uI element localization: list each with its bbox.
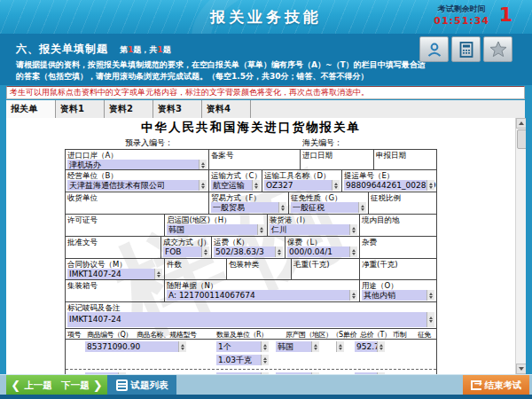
question-number-badge: 1 (499, 4, 512, 26)
field-label: 合同协议号（M） (66, 259, 164, 269)
tool-iconbar (419, 36, 512, 62)
insurance-input[interactable]: 000/0.04/1 (287, 246, 357, 257)
quantity-weight-input[interactable]: 1.03千克 (216, 355, 269, 365)
bill-number-input[interactable]: 98809644261_00285953 (344, 180, 434, 191)
attached-documents-input[interactable]: A: 121700114067674 (167, 290, 357, 301)
spinner-icon[interactable] (349, 290, 357, 301)
loading-port-input[interactable]: 仁川 (270, 224, 357, 235)
spinner-icon[interactable] (261, 355, 269, 365)
field-label: 贸易方式（F） (209, 192, 288, 202)
spinner-icon[interactable] (426, 312, 434, 327)
user-button[interactable] (419, 36, 449, 62)
spinner-icon[interactable] (358, 202, 366, 213)
spinner-icon[interactable] (154, 269, 162, 279)
transaction-mode-input[interactable]: FOB (163, 246, 209, 257)
field-marks-notes: 标记唛码及备注 IMKT1407-24 (66, 302, 436, 329)
field-label: 进口日期 (301, 150, 373, 160)
field-label: 征免性质（G） (289, 192, 368, 202)
spinner-icon[interactable] (349, 246, 357, 257)
contract-number-input[interactable]: IMKT1407-24 (67, 269, 162, 279)
bottom-toolbar: ❮ 上一题 下一题 ❯ 试题列表 结束考试 (0, 374, 532, 395)
scroll-down-button[interactable] (516, 364, 526, 374)
exam-timer: 考试剩余时间 01:51:34 (434, 4, 489, 27)
col-origin-country: 原产国（地区）（S） (286, 330, 349, 340)
col-unit-price: 单价 (343, 330, 356, 340)
col-levy-exempt: 征免 (418, 330, 431, 340)
trade-mode-input[interactable]: 一般贸易 (211, 202, 286, 213)
unit-price-input[interactable] (332, 341, 344, 352)
field-approval-number: 批准文号 (66, 237, 161, 258)
quantity-input[interactable]: 1个 (216, 341, 269, 352)
question-list-button[interactable]: 试题列表 (107, 375, 176, 395)
tab-material-2[interactable]: 资料2 (105, 100, 153, 118)
list-icon (116, 379, 128, 391)
commodity-code-input[interactable]: 85371090.90 (85, 341, 186, 352)
field-net-weight: 净重(千克) (360, 259, 436, 279)
spinner-icon[interactable] (261, 341, 269, 352)
field-label: 批准文号 (66, 237, 160, 246)
calculator-button[interactable] (451, 36, 481, 62)
field-import-date: 进口日期 (301, 150, 374, 169)
field-label: 集装箱号 (66, 280, 164, 290)
form-row-4: 许可证号 启运国(地区)（H） 韩国 装货港（I） 仁川 境内目的地 (66, 215, 436, 237)
spinner-icon[interactable] (278, 202, 286, 213)
field-bill-number: 提运单号（E） 98809644261_00285953 (342, 170, 436, 192)
spinner-icon[interactable] (426, 180, 434, 191)
col-quantity-unit: 数量及单位（R） (216, 330, 268, 340)
tab-material-3[interactable]: 资料3 (153, 100, 202, 118)
spinner-icon[interactable] (311, 341, 319, 352)
field-import-port: 进口口岸（A） 津机场办 (66, 150, 209, 169)
spinner-icon[interactable] (178, 341, 186, 352)
end-exam-label: 结束考试 (485, 379, 522, 392)
tab-material-1[interactable]: 资料1 (56, 100, 105, 118)
scroll-up-button[interactable] (516, 118, 526, 129)
previous-question-button[interactable]: ❮ 上一题 (6, 375, 58, 395)
spinner-icon[interactable] (275, 246, 283, 257)
end-exam-button[interactable]: 结束考试 (463, 375, 529, 395)
vertical-scrollbar[interactable] (515, 118, 526, 374)
field-label: 经营单位（B） (66, 170, 208, 180)
field-label: 备案号 (209, 150, 300, 160)
col-commodity-name: 商品名称、规格型号 (137, 330, 197, 340)
spinner-icon[interactable] (332, 180, 340, 191)
total-price-input[interactable]: 952.7 (355, 341, 385, 352)
app-title: 报关业务技能 (0, 7, 532, 27)
chevron-left-icon: ❮ (11, 379, 20, 392)
declaration-table: 进口口岸（A） 津机场办 备案号 进口日期 申报日期 经营单位（B） 天津益海通… (65, 149, 437, 329)
spinner-icon[interactable] (199, 180, 207, 191)
spinner-icon[interactable] (257, 224, 265, 235)
spinner-icon[interactable] (349, 224, 357, 235)
spinner-icon[interactable] (377, 341, 385, 352)
field-container-number: 集装箱号 (66, 280, 165, 301)
tab-declaration-form[interactable]: 报关单 (6, 100, 56, 118)
form-number-line: 预录入编号： 海关编号： (65, 137, 437, 149)
departure-country-input[interactable]: 韩国 (167, 224, 265, 235)
transport-name-input[interactable]: OZ327 (264, 180, 340, 191)
spinner-icon[interactable] (426, 290, 434, 301)
next-question-button[interactable]: 下一题 ❯ (57, 375, 107, 395)
import-port-input[interactable]: 津机场办 (67, 160, 207, 169)
operator-input[interactable]: 天津益海通信技术有限公司 (67, 180, 207, 191)
levy-nature-input[interactable]: 一般征税 (291, 202, 366, 213)
field-label: 许可证号 (66, 215, 164, 224)
spinner-icon[interactable] (199, 160, 207, 169)
scrollbar-thumb[interactable] (517, 129, 526, 149)
field-label: 毛重(千克) (292, 259, 359, 269)
spinner-icon[interactable] (252, 180, 260, 191)
field-loading-port: 装货港（I） 仁川 (268, 215, 360, 236)
usage-input[interactable]: 其他内销 (362, 290, 434, 301)
tab-material-4[interactable]: 资料4 (202, 100, 251, 118)
form-row-6: 合同协议号（M） IMKT1407-24 件数 包装种类 毛重(千克) 净重(千… (66, 259, 436, 280)
spinner-icon[interactable] (336, 341, 344, 352)
transport-mode-input[interactable]: 航空运输 (211, 180, 260, 191)
marks-notes-input[interactable]: IMKT1407-24 (67, 312, 434, 327)
previous-question-label: 上一题 (24, 379, 52, 392)
spinner-icon[interactable] (201, 246, 209, 257)
origin-country-input[interactable]: 韩国 (276, 341, 319, 352)
bookmark-button[interactable] (483, 36, 512, 62)
form-row-7: 集装箱号 随附单据（N） A: 121700114067674 用途（O） 其他… (66, 280, 436, 302)
item-row-1: 85371090.90 1个 1.03千克 韩国 952.7 (66, 340, 436, 369)
pre-entry-number-label: 预录入编号： (125, 137, 173, 149)
field-record-number: 备案号 (209, 150, 301, 169)
freight-input[interactable]: 502/38.63/3 (214, 246, 283, 257)
